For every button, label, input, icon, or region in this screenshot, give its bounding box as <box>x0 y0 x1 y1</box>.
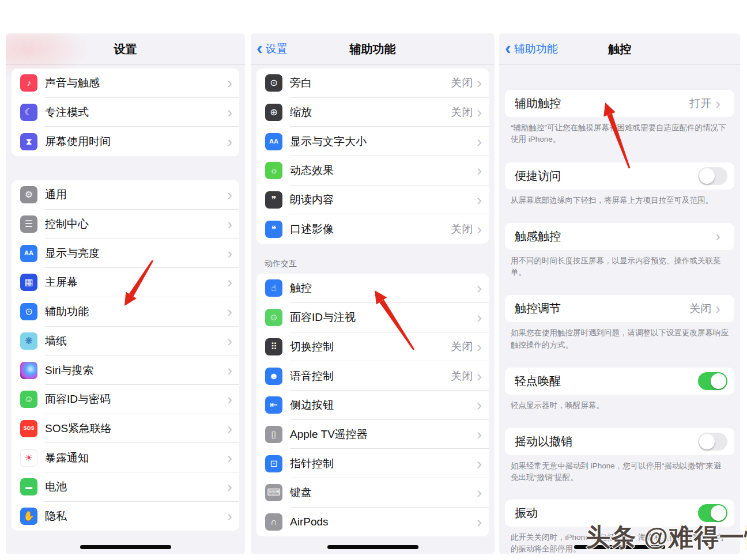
battery-icon: ▬ <box>20 478 37 495</box>
tap-to-wake-toggle[interactable] <box>698 372 727 390</box>
touch-item-haptic-touch[interactable]: 触感触控 <box>505 223 734 250</box>
accessibility-item-keyboards[interactable]: ⌨ 键盘 <box>256 478 489 508</box>
face-id-icon: ☺ <box>265 309 282 326</box>
home-indicator[interactable] <box>327 545 418 549</box>
shake-to-undo-toggle[interactable] <box>698 433 727 451</box>
wallpaper-icon: ❋ <box>20 332 37 350</box>
remote-icon: ▯ <box>265 426 282 443</box>
item-label: Apple TV遥控器 <box>290 427 368 442</box>
text-size-icon: AA <box>265 133 282 150</box>
back-button[interactable]: 设置 <box>256 33 288 65</box>
touch-item-touch-accommodations[interactable]: 触控调节 关闭 <box>505 295 734 322</box>
accessibility-item-audio-descriptions[interactable]: ❝ 口述影像 关闭 <box>256 214 489 244</box>
footer-note: 如果经常无意中摇动到 iPhone，您可以停用“摇动以撤销”来避免出现“撤销”提… <box>511 460 729 484</box>
grid-icon: ▦ <box>20 274 37 291</box>
footer-note: 用不同的时间长度按压屏幕，以显示内容预览、操作或关联菜单。 <box>511 255 729 279</box>
item-label: 指针控制 <box>290 456 334 471</box>
accessibility-item-airpods[interactable]: ∩ AirPods <box>256 508 489 537</box>
touch-item-assistivetouch[interactable]: 辅助触控 打开 <box>505 90 734 117</box>
accessibility-item-spoken-content[interactable]: ❞ 朗读内容 <box>256 186 489 215</box>
settings-item-control-center[interactable]: ☰ 控制中心 <box>12 210 239 239</box>
accessibility-item-display-text-size[interactable]: AA 显示与文字大小 <box>256 127 489 156</box>
touch-screen: 辅助功能 触控 辅助触控 打开 “辅助触控”可让您在触摸屏幕有困难或需要自适应配… <box>499 33 740 554</box>
accessibility-item-motion[interactable]: ☼ 动态效果 <box>256 156 489 186</box>
vibration-toggle[interactable] <box>698 504 727 522</box>
screenshot-canvas: 设置 ♪ 声音与触感 ☾ 专注模式 ⧗ 屏幕使用时间 ⚙ 通用 <box>0 0 747 560</box>
settings-item-exposure-notifications[interactable]: ☀ 暴露通知 <box>12 443 239 472</box>
touch-icon: ☝ <box>265 279 282 297</box>
speech-bubble-icon: ❞ <box>265 191 282 209</box>
item-label: 主屏幕 <box>45 275 78 290</box>
item-label: 侧边按钮 <box>290 398 334 413</box>
settings-group-2: ⚙ 通用 ☰ 控制中心 AA 显示与亮度 ▦ 主屏幕 ⊙ 辅助功能 <box>12 180 239 531</box>
toggles-icon: ☰ <box>20 215 37 233</box>
section-header: 动作交互 <box>265 259 495 269</box>
accessibility-item-face-id-attention[interactable]: ☺ 面容ID与注视 <box>256 303 489 332</box>
footer-note: 轻点显示器时，唤醒屏幕。 <box>511 400 729 411</box>
item-label: 触控调节 <box>515 301 561 316</box>
settings-item-wallpaper[interactable]: ❋ 墙纸 <box>12 327 239 356</box>
settings-item-battery[interactable]: ▬ 电池 <box>12 472 239 502</box>
settings-item-display-brightness[interactable]: AA 显示与亮度 <box>12 239 239 268</box>
touch-item-reachability[interactable]: 便捷访问 <box>505 162 734 190</box>
hand-icon: ✋ <box>20 508 37 525</box>
touch-item-tap-to-wake[interactable]: 轻点唤醒 <box>505 368 734 395</box>
settings-header: 设置 <box>6 33 245 65</box>
hourglass-icon: ⧗ <box>20 133 37 150</box>
moon-icon: ☾ <box>20 104 37 121</box>
assistivetouch-group: 辅助触控 打开 <box>505 90 734 117</box>
speaker-icon: ♪ <box>20 74 37 92</box>
accessibility-item-apple-tv-remote[interactable]: ▯ Apple TV遥控器 <box>256 420 489 449</box>
item-label: 面容ID与密码 <box>45 392 111 407</box>
settings-item-screen-time[interactable]: ⧗ 屏幕使用时间 <box>12 127 239 156</box>
voice-control-icon: ☻ <box>265 368 282 385</box>
item-value: 关闭 <box>451 369 473 384</box>
accessibility-item-zoom[interactable]: ⊕ 缩放 关闭 <box>256 98 489 127</box>
item-value: 关闭 <box>451 75 473 90</box>
headphones-icon: ∩ <box>265 513 282 531</box>
accessibility-item-voice-control[interactable]: ☻ 语音控制 关闭 <box>256 361 489 391</box>
footer-note: 如果您在使用触控屏时遇到问题，请调整以下设置更改屏幕响应触控操作的方式。 <box>511 327 729 351</box>
vision-group: ⊙ 旁白 关闭 ⊕ 缩放 关闭 AA 显示与文字大小 ☼ 动态效果 <box>256 69 489 244</box>
audio-description-icon: ❝ <box>265 221 282 238</box>
haptic-touch-group: 触感触控 <box>505 223 734 250</box>
reachability-toggle[interactable] <box>698 167 727 185</box>
settings-item-privacy[interactable]: ✋ 隐私 <box>12 502 239 531</box>
page-title: 触控 <box>608 41 631 57</box>
accessibility-item-switch-control[interactable]: ⠿ 切换控制 关闭 <box>256 332 489 362</box>
settings-item-general[interactable]: ⚙ 通用 <box>12 180 239 210</box>
item-value: 关闭 <box>451 105 473 120</box>
item-label: 动态效果 <box>290 163 334 178</box>
shake-to-undo-group: 摇动以撤销 <box>505 428 734 455</box>
item-label: 电池 <box>45 479 67 494</box>
settings-group-1: ♪ 声音与触感 ☾ 专注模式 ⧗ 屏幕使用时间 <box>12 69 239 156</box>
settings-item-siri-search[interactable]: Siri与搜索 <box>12 355 239 385</box>
settings-item-accessibility[interactable]: ⊙ 辅助功能 <box>12 297 239 327</box>
settings-item-face-id-passcode[interactable]: ☺ 面容ID与密码 <box>12 385 239 414</box>
accessibility-item-touch[interactable]: ☝ 触控 <box>256 274 489 303</box>
item-value: 关闭 <box>451 222 473 237</box>
item-label: 旁白 <box>290 75 312 90</box>
settings-item-focus[interactable]: ☾ 专注模式 <box>12 98 239 127</box>
watermark: 头条 @难得一懒 <box>586 521 747 554</box>
touch-item-shake-to-undo[interactable]: 摇动以撤销 <box>505 428 734 455</box>
item-label: 切换控制 <box>290 339 334 354</box>
settings-item-sound-haptics[interactable]: ♪ 声音与触感 <box>12 69 239 98</box>
settings-item-emergency-sos[interactable]: SOS SOS紧急联络 <box>12 414 239 444</box>
accessibility-item-side-button[interactable]: ⇤ 侧边按钮 <box>256 391 489 420</box>
footer-note: 从屏幕底部边缘向下轻扫，将屏幕上方项目拉至可及范围。 <box>511 195 729 206</box>
home-indicator[interactable] <box>80 545 171 549</box>
settings-item-home-screen[interactable]: ▦ 主屏幕 <box>12 268 239 297</box>
item-label: 通用 <box>45 187 67 202</box>
zoom-icon: ⊕ <box>265 104 282 121</box>
item-label: 暴露通知 <box>45 451 89 466</box>
accessibility-item-voiceover[interactable]: ⊙ 旁白 关闭 <box>256 69 489 98</box>
keyboard-icon: ⌨ <box>265 484 282 501</box>
item-label: 语音控制 <box>290 369 334 384</box>
accessibility-item-pointer-control[interactable]: ⊡ 指针控制 <box>256 449 489 478</box>
item-label: 触感触控 <box>515 229 561 244</box>
item-label: 键盘 <box>290 485 312 500</box>
back-button[interactable]: 辅助功能 <box>505 33 558 65</box>
accessibility-screen: 设置 辅助功能 ⊙ 旁白 关闭 ⊕ 缩放 关闭 AA 显示与文字大小 <box>251 33 495 554</box>
item-value: 打开 <box>689 96 711 111</box>
